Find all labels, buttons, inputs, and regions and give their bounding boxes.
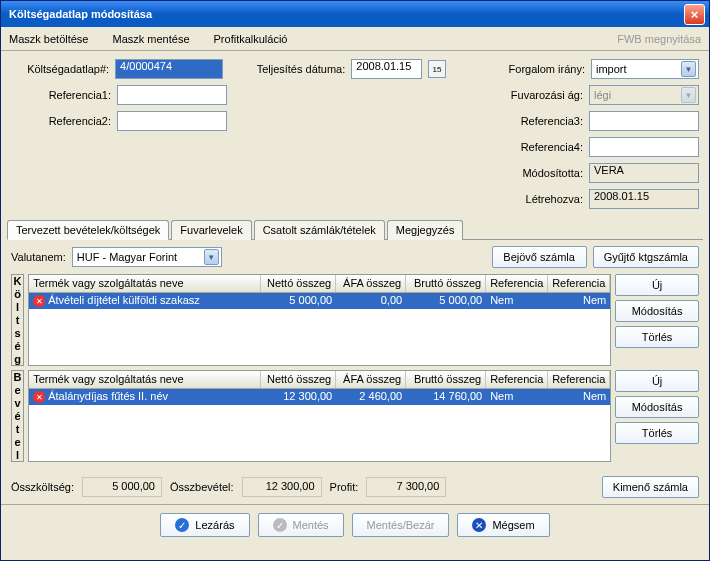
modby-field: VERA [589,163,699,183]
menu-profit-calc[interactable]: Profitkalkuláció [214,33,288,45]
chevron-down-icon: ▼ [681,61,696,77]
outgoing-invoice-button[interactable]: Kimenő számla [602,476,699,498]
menu-mask-save[interactable]: Maszk mentése [112,33,189,45]
label-modby: Módosította: [488,167,583,179]
col-refa: Referencia [486,275,548,292]
cost-grid[interactable]: Termék vagy szolgáltatás neve Nettó össz… [28,274,611,366]
chevron-down-icon: ▼ [681,87,696,103]
label-total-cost: Összköltség: [11,481,74,493]
dialog-buttons: ✓Lezárás ✓Mentés Mentés/Bezár ✕Mégsem [1,504,709,545]
branch-combo: légi ▼ [589,85,699,105]
totals-row: Összköltség: 5 000,00 Összbevétel: 12 30… [1,470,709,504]
total-cost-value: 5 000,00 [82,477,162,497]
direction-combo[interactable]: import ▼ [591,59,699,79]
date-picker-icon[interactable]: 15 [428,60,446,78]
label-profit: Profit: [330,481,359,493]
col-gross: Bruttó összeg [406,371,486,388]
delete-icon: ✕ [33,295,45,307]
close-ok-button[interactable]: ✓Lezárás [160,513,249,537]
save-button: ✓Mentés [258,513,344,537]
revenue-grid[interactable]: Termék vagy szolgáltatás neve Nettó össz… [28,370,611,462]
tab-invoices[interactable]: Csatolt számlák/tételek [254,220,385,240]
branch-value: légi [594,89,611,101]
col-net: Nettó összeg [261,275,336,292]
menu-fwb-open: FWB megnyitása [617,33,701,45]
close-icon: ✕ [472,518,486,532]
tab-panel-planned: Valutanem: HUF - Magyar Forint ▼ Bejövő … [7,239,703,470]
label-currency: Valutanem: [11,251,66,263]
cost-sheet-dialog: Költségadatlap módosítása × Maszk betölt… [0,0,710,561]
label-ref3: Referencia3: [488,115,583,127]
label-date: Teljesítés dátuma: [247,63,345,75]
col-vat: ÁFA összeg [336,371,406,388]
sheetno-field[interactable]: 4/0000474 [115,59,223,79]
ref4-field[interactable] [589,137,699,157]
date-field[interactable]: 2008.01.15 [351,59,422,79]
label-branch: Fuvarozási ág: [488,89,583,101]
ref2-field[interactable] [117,111,227,131]
check-icon: ✓ [273,518,287,532]
close-button[interactable]: × [684,4,705,25]
collect-invoice-button[interactable]: Gyűjtő ktgszámla [593,246,699,268]
cancel-button[interactable]: ✕Mégsem [457,513,549,537]
col-net: Nettó összeg [261,371,336,388]
col-name: Termék vagy szolgáltatás neve [29,275,261,292]
profit-value: 7 300,00 [366,477,446,497]
rev-side-label: Bevétel [11,370,24,462]
window-title: Költségadatlap módosítása [9,8,684,20]
delete-icon: ✕ [33,391,45,403]
form-area: Költségadatlap#: 4/0000474 Teljesítés dá… [1,51,709,219]
tab-note[interactable]: Megjegyzés [387,220,464,240]
tab-waybills[interactable]: Fuvarlevelek [171,220,251,240]
total-rev-value: 12 300,00 [242,477,322,497]
cost-edit-button[interactable]: Módosítás [615,300,699,322]
menu-bar: Maszk betöltése Maszk mentése Profitkalk… [1,27,709,51]
label-total-rev: Összbevétel: [170,481,234,493]
cost-side-label: Költség [11,274,24,366]
rev-new-button[interactable]: Új [615,370,699,392]
col-gross: Bruttó összeg [406,275,486,292]
cost-row[interactable]: ✕Átvételi díjtétel külföldi szakasz 5 00… [29,293,610,309]
menu-mask-load[interactable]: Maszk betöltése [9,33,88,45]
col-refa: Referencia [486,371,548,388]
label-ref1: Referencia1: [11,89,111,101]
rev-edit-button[interactable]: Módosítás [615,396,699,418]
tab-planned[interactable]: Tervezett bevételek/költségek [7,220,169,240]
cost-delete-button[interactable]: Törlés [615,326,699,348]
ref1-field[interactable] [117,85,227,105]
col-name: Termék vagy szolgáltatás neve [29,371,261,388]
created-field: 2008.01.15 [589,189,699,209]
chevron-down-icon: ▼ [204,249,219,265]
label-ref2: Referencia2: [11,115,111,127]
label-sheetno: Költségadatlap#: [11,63,109,75]
rev-row[interactable]: ✕Átalánydíjas fűtés II. név 12 300,00 2 … [29,389,610,405]
label-direction: Forgalom irány: [492,63,585,75]
check-icon: ✓ [175,518,189,532]
label-ref4: Referencia4: [488,141,583,153]
ref3-field[interactable] [589,111,699,131]
incoming-invoice-button[interactable]: Bejövő számla [492,246,587,268]
title-bar: Költségadatlap módosítása × [1,1,709,27]
direction-value: import [596,63,627,75]
currency-value: HUF - Magyar Forint [77,251,177,263]
label-created: Létrehozva: [488,193,583,205]
save-close-button: Mentés/Bezár [352,513,450,537]
col-refb: Referencia [548,371,610,388]
cost-new-button[interactable]: Új [615,274,699,296]
col-refb: Referencia [548,275,610,292]
currency-combo[interactable]: HUF - Magyar Forint ▼ [72,247,222,267]
tab-strip: Tervezett bevételek/költségek Fuvarlevel… [1,220,709,240]
rev-delete-button[interactable]: Törlés [615,422,699,444]
col-vat: ÁFA összeg [336,275,406,292]
